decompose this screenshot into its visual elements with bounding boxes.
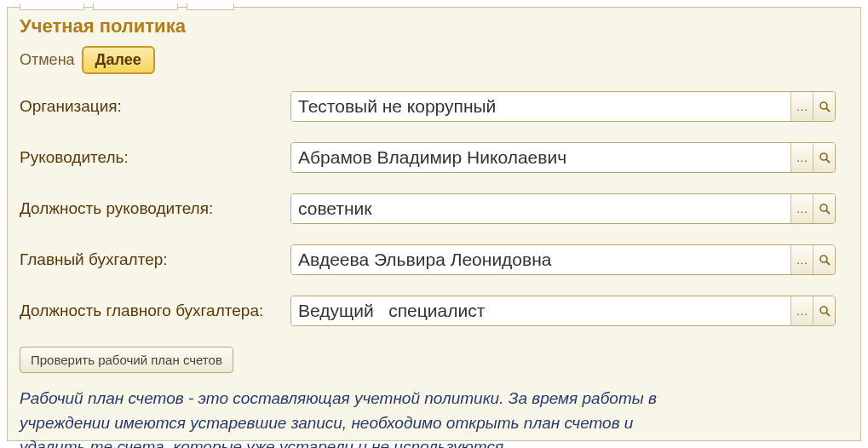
manager-position-select-button[interactable]: …: [790, 194, 813, 223]
svg-point-2: [820, 153, 827, 160]
svg-point-0: [820, 102, 827, 109]
svg-point-6: [820, 256, 827, 262]
chief-accountant-position-select-button[interactable]: …: [790, 296, 813, 325]
magnifier-icon: [819, 152, 831, 164]
label-manager: Руководитель:: [20, 148, 290, 167]
svg-line-5: [826, 210, 830, 214]
check-plan-button[interactable]: Проверить рабочий план счетов: [20, 347, 233, 373]
hint-text: Рабочий план счетов - это составляющая у…: [20, 387, 667, 448]
row-chief-accountant-position: Должность главного бухгалтера: …: [20, 296, 848, 326]
svg-point-8: [820, 307, 827, 313]
row-manager-position: Должность руководителя: …: [20, 193, 848, 224]
chief-accountant-position-open-button[interactable]: [813, 296, 835, 325]
manager-input[interactable]: [291, 143, 790, 172]
organization-input[interactable]: [291, 92, 790, 121]
label-chief-accountant: Главный бухгалтер:: [20, 250, 290, 269]
chief-accountant-position-input-group: …: [290, 296, 836, 326]
magnifier-icon: [819, 305, 831, 317]
row-organization: Организация: …: [20, 91, 848, 122]
manager-select-button[interactable]: …: [790, 143, 813, 172]
manager-input-group: …: [290, 142, 836, 173]
manager-position-input-group: …: [290, 193, 836, 224]
label-manager-position: Должность руководителя:: [20, 199, 290, 218]
svg-line-1: [826, 108, 830, 112]
ellipsis-icon: …: [796, 100, 808, 113]
ellipsis-icon: …: [796, 253, 808, 267]
organization-input-group: …: [290, 91, 836, 122]
ellipsis-icon: …: [796, 304, 808, 318]
label-organization: Организация:: [20, 97, 290, 116]
ellipsis-icon: …: [796, 202, 808, 215]
tab-bar-stub: [8, 7, 860, 10]
chief-accountant-input[interactable]: [291, 245, 790, 274]
cancel-link[interactable]: Отмена: [20, 51, 75, 69]
manager-open-button[interactable]: [813, 143, 835, 172]
label-chief-accountant-position: Должность главного бухгалтера:: [20, 302, 290, 320]
organization-select-button[interactable]: …: [790, 92, 813, 121]
row-manager: Руководитель: …: [20, 142, 848, 173]
svg-point-4: [820, 204, 827, 211]
organization-open-button[interactable]: [813, 92, 835, 121]
magnifier-icon: [819, 101, 831, 112]
chief-accountant-input-group: …: [290, 244, 836, 275]
manager-position-input[interactable]: [291, 194, 790, 223]
page-title: Учетная политика: [20, 15, 848, 37]
svg-line-9: [826, 313, 830, 316]
magnifier-icon: [819, 254, 831, 266]
ellipsis-icon: …: [796, 151, 808, 164]
manager-position-open-button[interactable]: [813, 194, 835, 223]
next-button[interactable]: Далее: [82, 46, 155, 74]
action-bar: Отмена Далее: [20, 46, 848, 74]
svg-line-3: [826, 159, 830, 163]
magnifier-icon: [819, 203, 831, 215]
form-panel: Учетная политика Отмена Далее Организаци…: [7, 7, 861, 441]
chief-accountant-select-button[interactable]: …: [790, 245, 813, 274]
svg-line-7: [826, 261, 830, 265]
chief-accountant-open-button[interactable]: [813, 245, 835, 274]
chief-accountant-position-input[interactable]: [291, 296, 790, 325]
row-chief-accountant: Главный бухгалтер: …: [20, 244, 848, 275]
